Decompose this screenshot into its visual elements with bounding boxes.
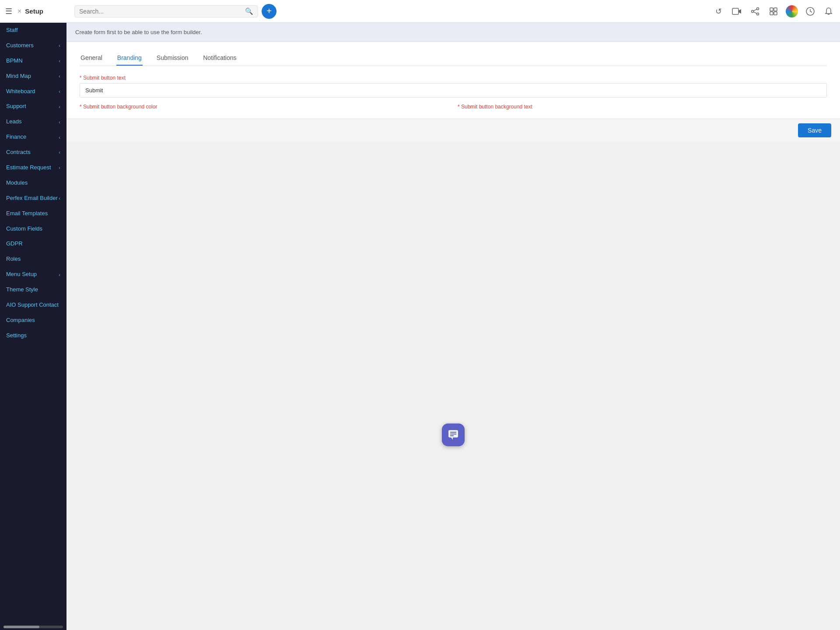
chevron-icon: ‹ xyxy=(59,272,60,278)
svg-rect-9 xyxy=(770,12,773,15)
chevron-icon: ‹ xyxy=(59,58,60,64)
submit-text-group: * Submit button text xyxy=(80,75,827,98)
tabs: General Branding Submission Notification… xyxy=(80,51,827,66)
app-title: Setup xyxy=(25,7,43,15)
chat-float-button[interactable] xyxy=(442,424,465,446)
svg-marker-18 xyxy=(451,438,453,440)
share-icon[interactable] xyxy=(749,5,761,18)
close-icon[interactable]: × xyxy=(18,7,21,15)
sidebar-item-estimate-request[interactable]: Estimate Request ‹ xyxy=(0,160,66,175)
svg-line-13 xyxy=(810,11,812,12)
grid-icon[interactable] xyxy=(767,5,780,18)
gray-area xyxy=(66,142,840,630)
submit-bg-text-label: * Submit button background text xyxy=(458,104,827,110)
svg-point-4 xyxy=(757,13,759,15)
chevron-icon: ‹ xyxy=(59,73,60,79)
sidebar-item-finance[interactable]: Finance ‹ xyxy=(0,130,66,145)
sidebar-scrollbar[interactable] xyxy=(4,626,63,628)
video-icon[interactable] xyxy=(731,5,743,18)
search-icon: 🔍 xyxy=(245,7,253,15)
svg-rect-7 xyxy=(770,8,773,11)
sidebar-scrollbar-thumb xyxy=(4,626,39,628)
svg-point-2 xyxy=(757,7,759,10)
chevron-icon: ‹ xyxy=(59,104,60,110)
chevron-icon: ‹ xyxy=(59,149,60,155)
sidebar-item-menu-setup[interactable]: Menu Setup ‹ xyxy=(0,267,66,282)
clock-icon[interactable] xyxy=(804,5,816,18)
sidebar-item-support[interactable]: Support ‹ xyxy=(0,99,66,114)
svg-point-3 xyxy=(752,10,754,12)
submit-text-input[interactable] xyxy=(80,83,827,98)
sidebar-item-staff[interactable]: Staff xyxy=(0,23,66,38)
save-button[interactable]: Save xyxy=(798,123,831,137)
form-area: General Branding Submission Notification… xyxy=(66,42,840,119)
sidebar-item-customers[interactable]: Customers ‹ xyxy=(0,38,66,53)
chevron-icon: ‹ xyxy=(59,195,60,201)
add-button[interactable]: + xyxy=(262,4,276,19)
sidebar-item-gdpr[interactable]: GDPR xyxy=(0,236,66,252)
content-area: Create form first to be able to use the … xyxy=(66,23,840,630)
main-layout: Staff Customers ‹ BPMN ‹ Mind Map ‹ Whit… xyxy=(0,23,840,630)
tab-submission[interactable]: Submission xyxy=(156,51,189,66)
chevron-icon: ‹ xyxy=(59,164,60,171)
sidebar-item-email-templates[interactable]: Email Templates xyxy=(0,206,66,221)
search-bar: 🔍 xyxy=(74,5,258,18)
search-input[interactable] xyxy=(79,8,242,15)
tab-general[interactable]: General xyxy=(80,51,103,66)
bell-icon[interactable] xyxy=(822,5,835,18)
topbar: ☰ × Setup 🔍 + ↺ xyxy=(0,0,840,23)
color-fields-row: * Submit button background color * Submi… xyxy=(80,104,827,110)
history-icon[interactable]: ↺ xyxy=(712,5,724,18)
save-bar: Save xyxy=(66,119,840,142)
sidebar-item-theme-style[interactable]: Theme Style xyxy=(0,282,66,298)
sidebar-item-companies[interactable]: Companies xyxy=(0,313,66,328)
sidebar-item-modules[interactable]: Modules xyxy=(0,175,66,191)
svg-rect-8 xyxy=(774,8,777,11)
sidebar-item-perfex-email-builder[interactable]: Perfex Email Builder ‹ xyxy=(0,191,66,206)
sidebar-item-roles[interactable]: Roles xyxy=(0,252,66,267)
svg-line-6 xyxy=(753,12,756,14)
chevron-icon: ‹ xyxy=(59,88,60,94)
chevron-icon: ‹ xyxy=(59,42,60,49)
tab-branding[interactable]: Branding xyxy=(116,51,143,66)
submit-bg-color-label: * Submit button background color xyxy=(80,104,449,110)
colorful-icon[interactable] xyxy=(786,5,798,18)
chevron-icon: ‹ xyxy=(59,134,60,140)
form-fields: * Submit button text * Submit button bac… xyxy=(80,75,827,110)
submit-text-label: * Submit button text xyxy=(80,75,827,81)
topbar-right: ↺ xyxy=(712,5,835,18)
info-bar: Create form first to be able to use the … xyxy=(66,23,840,42)
sidebar-item-leads[interactable]: Leads ‹ xyxy=(0,114,66,130)
chevron-icon: ‹ xyxy=(59,119,60,125)
svg-line-5 xyxy=(753,9,756,11)
submit-bg-color-group: * Submit button background color xyxy=(80,104,449,110)
sidebar-item-custom-fields[interactable]: Custom Fields xyxy=(0,221,66,237)
svg-rect-0 xyxy=(732,8,738,14)
svg-marker-1 xyxy=(738,9,741,14)
sidebar-item-mind-map[interactable]: Mind Map ‹ xyxy=(0,69,66,84)
svg-rect-10 xyxy=(774,12,777,15)
info-message: Create form first to be able to use the … xyxy=(75,29,202,35)
hamburger-icon[interactable]: ☰ xyxy=(5,7,12,16)
sidebar-item-whiteboard[interactable]: Whiteboard ‹ xyxy=(0,84,66,99)
submit-bg-text-group: * Submit button background text xyxy=(458,104,827,110)
topbar-left: ☰ × Setup xyxy=(5,7,71,16)
sidebar: Staff Customers ‹ BPMN ‹ Mind Map ‹ Whit… xyxy=(0,23,66,630)
sidebar-item-aio-support-contact[interactable]: AIO Support Contact xyxy=(0,298,66,313)
tab-notifications[interactable]: Notifications xyxy=(202,51,237,66)
sidebar-item-contracts[interactable]: Contracts ‹ xyxy=(0,145,66,160)
sidebar-item-bpmn[interactable]: BPMN ‹ xyxy=(0,53,66,69)
sidebar-item-settings[interactable]: Settings xyxy=(0,328,66,343)
